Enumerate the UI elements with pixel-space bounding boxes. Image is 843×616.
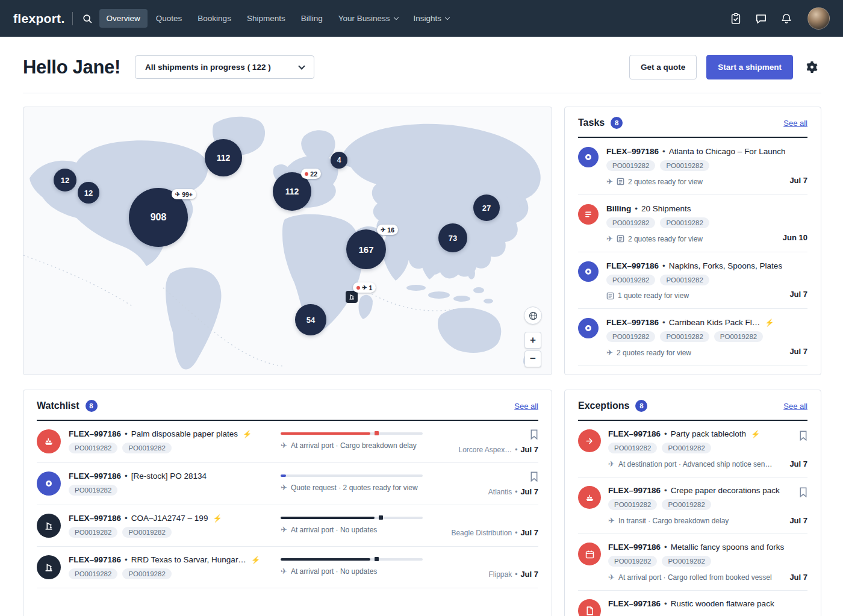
watchlist-item[interactable]: FLEX–997186•[Re-stock] PO 28134 PO001928… [37,463,538,505]
shipment-title: Metallic fancy spoons and forks [671,543,784,552]
po-tag: PO0019282 [122,527,171,538]
shipment-title: COA–J1A2747 – 199 [131,514,208,523]
bookmark-icon[interactable] [530,429,538,440]
task-title: Atlanta to Chicago – For Launch [669,147,786,156]
map-cluster[interactable]: 112 [205,139,242,176]
shipment-progress-bar [281,474,423,477]
chevron-down-icon [393,14,398,19]
task-status: 2 quotes ready for view [628,178,703,186]
task-item[interactable]: FLEX–997186•Napkins, Forks, Spoons, Plat… [578,252,807,309]
map-cluster[interactable]: 167 ✈16 [346,229,386,269]
nav-item-shipments[interactable]: Shipments [240,9,293,28]
task-title: 20 Shipments [641,204,691,213]
shipment-title: Party pack tablecloth [671,429,746,438]
po-tag: PO0019282 [69,568,117,579]
dot-separator: • [664,543,667,552]
tasks-title: Tasks [578,117,605,128]
page-title: Hello Jane! [23,57,120,78]
map-cluster[interactable]: 73 [438,223,467,252]
shipment-progress-bar [281,517,423,519]
dot-separator: • [635,204,638,213]
task-ref: Billing [606,204,631,213]
nav-item-billing[interactable]: Billing [294,9,330,28]
shipment-ref: FLEX–997186 [606,318,659,327]
shipment-title: Rustic wooden flatware pack [671,599,774,608]
search-icon[interactable] [78,9,97,28]
map-cluster[interactable]: 908 ✈99+ [129,188,188,247]
exception-item[interactable]: FLEX–997186•Rustic wooden flatware pack [578,591,807,616]
exceptions-see-all-link[interactable]: See all [783,402,807,411]
port-badge: ✈1 [353,282,376,293]
bookmark-icon[interactable] [530,471,538,482]
map-controls: + − [524,306,542,367]
map-cluster[interactable]: 12 [78,182,99,204]
watchlist-panel: Watchlist 8 See all FLEX–997186•Palm dis… [23,390,552,616]
map-cluster[interactable]: 54 [295,304,326,335]
exceptions-count-badge: 8 [635,400,647,412]
nav-item-overview[interactable]: Overview [99,9,148,28]
page-header: Hello Jane! All shipments in progress ( … [0,37,843,93]
po-tag: PO0019282 [69,527,117,538]
task-item[interactable]: FLEX–997186•Carribean Kids Pack Fl…⚡ PO0… [578,309,807,366]
bookmark-icon[interactable] [799,431,807,441]
po-tag: PO0019282 [660,160,709,171]
zoom-out-button[interactable]: − [524,350,541,367]
messages-icon[interactable] [751,8,771,29]
dot-separator: • [125,471,128,481]
po-tag: PO0019282 [122,443,171,453]
tasks-see-all-link[interactable]: See all [783,119,807,128]
watchlist-item[interactable]: FLEX–997186•Palm disposable paper plates… [37,421,538,463]
notifications-icon[interactable] [776,8,797,29]
nav-item-your-business[interactable]: Your Business [331,9,405,28]
settings-gear-icon[interactable] [803,58,821,76]
plane-icon: ✈ [608,459,615,468]
due-date: Jul 7 [789,516,807,525]
cluster-count: 167 [358,244,373,255]
chevron-down-icon [445,14,450,19]
plane-icon: ✈ [606,348,613,357]
nav-item-insights[interactable]: Insights [406,9,457,28]
map-cluster[interactable]: 112 22 [273,172,311,211]
shipment-map[interactable]: 12 12 112 908 ✈99+ 4 112 22 167 ✈16 27 7… [23,107,552,375]
exception-item[interactable]: FLEX–997186•Party pack tablecloth⚡ PO001… [578,421,807,478]
po-tag: PO0019282 [606,160,655,171]
nav-label: Your Business [338,14,390,23]
client-name: Flippak [488,570,512,579]
exception-item[interactable]: FLEX–997186•Metallic fancy spoons and fo… [578,534,807,591]
tasks-panel: Tasks 8 See all FLEX–997186•Atlanta to C… [564,107,821,375]
shipment-ref: FLEX–997186 [69,471,121,481]
shipment-title: Crepe paper decorations pack [671,486,780,495]
task-item[interactable]: FLEX–997186•Atlanta to Chicago – For Lau… [578,138,807,195]
task-item[interactable]: Billing•20 Shipments PO0019282PO0019282 … [578,195,807,252]
shipment-status: At arrival port · No updates [291,567,377,576]
nav-right-icons [726,7,830,30]
lightning-icon: ⚡ [765,319,774,327]
po-tag: PO0019282 [660,331,709,342]
tasks-clipboard-icon[interactable] [726,8,746,29]
start-shipment-button[interactable]: Start a shipment [706,55,793,79]
exception-item[interactable]: FLEX–997186•Crepe paper decorations pack… [578,478,807,534]
map-cluster[interactable]: 12 [54,169,76,191]
bookmark-icon[interactable] [799,487,807,497]
shipments-filter-dropdown[interactable]: All shipments in progress ( 122 ) [135,55,314,79]
dot-separator: • [662,261,665,270]
brand-logo[interactable]: flexport. [13,11,65,26]
due-date: Jul 7 [789,290,807,299]
nav-item-bookings[interactable]: Bookings [190,9,238,28]
watchlist-see-all-link[interactable]: See all [514,402,538,411]
map-cluster[interactable]: 27 [473,194,500,221]
watchlist-item[interactable]: FLEX–997186•RRD Texas to Sarvar, Hungar…… [37,547,538,588]
po-tag: PO0019282 [660,217,709,228]
po-tag: PO0019282 [608,556,657,567]
port-marker-icon[interactable]: ✈1 [346,291,358,303]
nav-item-quotes[interactable]: Quotes [149,9,190,28]
shipment-status: At arrival port · Cargo rolled from book… [618,573,772,582]
quote-list-icon [617,178,624,185]
user-avatar[interactable] [807,7,830,30]
plane-icon: ✈ [608,573,615,582]
zoom-in-button[interactable]: + [524,332,541,349]
map-cluster[interactable]: 4 [331,152,347,169]
watchlist-item[interactable]: FLEX–997186•COA–J1A2747 – 199⚡ PO0019282… [37,505,538,547]
get-quote-button[interactable]: Get a quote [629,55,697,79]
globe-icon[interactable] [524,306,542,325]
